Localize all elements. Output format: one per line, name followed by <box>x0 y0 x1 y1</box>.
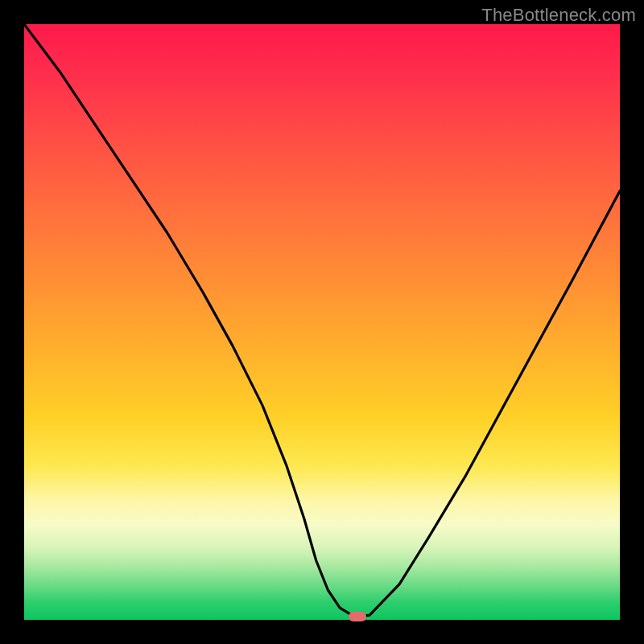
chart-frame: TheBottleneck.com <box>0 0 644 644</box>
optimal-point-marker <box>349 612 366 621</box>
attribution-text: TheBottleneck.com <box>481 5 636 26</box>
plot-area <box>24 24 620 620</box>
bottleneck-curve <box>24 24 620 620</box>
